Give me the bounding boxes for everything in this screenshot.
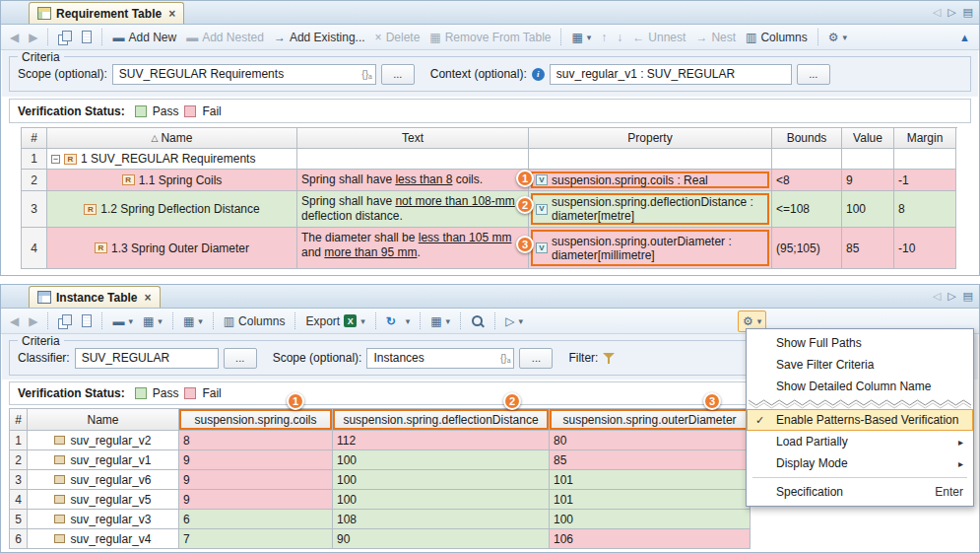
table-row[interactable]: 2 R 1.1 Spring Coils Spring shall have l…	[22, 170, 957, 191]
bounds-cell[interactable]: (95;105)	[772, 228, 842, 269]
margin-cell[interactable]: -10	[894, 228, 956, 269]
tab-scroll-left-icon[interactable]: ◁	[933, 6, 941, 19]
col-header-outer-diameter[interactable]: suspension.spring.outerDiameter	[550, 409, 751, 431]
highlighted-property-box[interactable]: V suspension.spring.deflectionDistance :…	[531, 193, 769, 225]
table-row[interactable]: 1 suv_regular_v2 8 112 80	[10, 431, 751, 450]
scope-browse-button[interactable]: ...	[381, 64, 415, 85]
col-header-num[interactable]: #	[22, 128, 47, 149]
row-name-cell[interactable]: R 1.2 Spring Deflection Distance	[47, 191, 297, 228]
add-nested-button[interactable]: ▬Add Nested	[182, 27, 268, 48]
row-name-cell[interactable]: suv_regular_v5	[28, 490, 179, 510]
menu-item-show-full-paths[interactable]: Show Full Paths	[747, 332, 973, 354]
table-row[interactable]: 5 suv_regular_v3 6 108 100	[10, 510, 751, 529]
table-row[interactable]: 3 suv_regular_v6 9 100 101	[10, 470, 751, 490]
col-header-property[interactable]: Property	[529, 128, 772, 149]
text-cell[interactable]: Spring shall have not more than 108-mm d…	[297, 191, 529, 228]
collapse-expander-icon[interactable]: −	[51, 155, 60, 164]
value-cell[interactable]: 9	[842, 170, 894, 191]
property-cell[interactable]: V suspension.spring.coils : Real	[529, 170, 772, 191]
coils-cell[interactable]: 9	[179, 490, 333, 510]
tab-scroll-right-icon[interactable]: ▷	[947, 6, 955, 19]
refresh-options-button[interactable]: ▾	[402, 311, 415, 332]
highlighted-property-box[interactable]: V suspension.spring.outerDiameter : diam…	[531, 230, 769, 266]
deflection-cell[interactable]: 100	[333, 490, 550, 510]
diameter-cell[interactable]: 100	[550, 510, 751, 529]
diameter-cell[interactable]: 101	[550, 490, 751, 510]
move-up-button[interactable]: ↑	[597, 27, 611, 48]
menu-item-save-filter-criteria[interactable]: Save Filter Criteria	[747, 354, 973, 376]
coils-cell[interactable]: 9	[179, 450, 333, 470]
table-row[interactable]: 4 suv_regular_v5 9 100 101	[10, 490, 751, 510]
forward-button[interactable]: ▶	[25, 27, 41, 48]
table-options-button[interactable]: ▦▾	[179, 311, 207, 332]
add-new-button[interactable]: ▬Add New	[108, 27, 180, 48]
value-cell[interactable]: 100	[842, 191, 894, 228]
back-button[interactable]: ◀	[6, 311, 23, 332]
coils-cell[interactable]: 8	[179, 431, 333, 450]
tab-scroll-left-icon[interactable]: ◁	[933, 290, 941, 303]
tab-scroll-right-icon[interactable]: ▷	[947, 290, 955, 303]
tab-list-icon[interactable]: ▤	[963, 6, 973, 19]
table-row[interactable]: 6 suv_regular_v4 7 90 106	[10, 529, 751, 549]
close-icon[interactable]: ×	[168, 7, 175, 21]
deflection-cell[interactable]: 100	[333, 450, 550, 470]
col-header-name[interactable]: △ Name	[47, 128, 297, 149]
columns-button[interactable]: ▥Columns	[742, 27, 812, 48]
context-input[interactable]	[550, 64, 792, 85]
bounds-cell[interactable]	[772, 149, 842, 170]
highlighted-property-box[interactable]: V suspension.spring.coils : Real	[531, 172, 769, 188]
col-header-coils[interactable]: suspension.spring.coils	[179, 409, 333, 431]
row-name-cell[interactable]: suv_regular_v1	[28, 450, 179, 470]
deflection-cell[interactable]: 90	[333, 529, 550, 549]
collapse-toolbar-button[interactable]: ▲	[955, 27, 974, 48]
text-cell[interactable]	[297, 149, 529, 170]
text-cell[interactable]: Spring shall have less than 8 coils.	[297, 170, 529, 191]
coils-cell[interactable]: 6	[179, 510, 333, 529]
deflection-cell[interactable]: 100	[333, 470, 550, 490]
property-cell[interactable]	[529, 149, 772, 170]
property-cell[interactable]: V suspension.spring.outerDiameter : diam…	[529, 228, 772, 269]
row-name-cell[interactable]: R 1.3 Spring Outer Diameter	[47, 228, 297, 269]
delete-button[interactable]: ×Delete	[371, 27, 425, 48]
diameter-cell[interactable]: 85	[550, 450, 751, 470]
col-header-margin[interactable]: Margin	[894, 128, 956, 149]
bounds-cell[interactable]: <=108	[772, 191, 842, 228]
text-cell[interactable]: The diameter shall be less than 105 mm a…	[297, 228, 529, 269]
menu-item-display-mode[interactable]: Display Mode▸	[747, 452, 973, 474]
table-options-button[interactable]: ▦▾	[567, 27, 595, 48]
coils-cell[interactable]: 7	[179, 529, 333, 549]
col-header-num[interactable]: #	[10, 409, 28, 431]
value-cell[interactable]: 85	[842, 228, 894, 269]
classifier-input[interactable]	[75, 348, 219, 369]
table-row[interactable]: 3 R 1.2 Spring Deflection Distance Sprin…	[22, 191, 957, 228]
menu-item-enable-patterns-based-verification[interactable]: ✓ Enable Patterns-Based Verification	[747, 409, 973, 431]
deflection-cell[interactable]: 108	[333, 510, 550, 529]
table-settings-button[interactable]: ⚙▾	[824, 27, 851, 48]
forward-button[interactable]: ▶	[25, 311, 41, 332]
generate-report-button[interactable]	[78, 27, 96, 48]
row-name-cell[interactable]: suv_regular_v6	[28, 470, 179, 490]
scope-browse-button[interactable]: ...	[519, 348, 553, 369]
generate-report-button[interactable]	[78, 311, 96, 332]
evaluate-button[interactable]: ▷▾	[501, 311, 527, 332]
export-button[interactable]: ExportX▾	[301, 311, 368, 332]
row-tools-button[interactable]: ▦▾	[139, 311, 166, 332]
back-button[interactable]: ◀	[6, 27, 23, 48]
col-header-name[interactable]: Name	[28, 409, 179, 431]
menu-item-show-detailed-column-name[interactable]: Show Detailed Column Name	[747, 376, 973, 397]
search-button[interactable]	[467, 311, 489, 332]
value-cell[interactable]	[842, 149, 894, 170]
diameter-cell[interactable]: 106	[550, 529, 751, 549]
unnest-button[interactable]: ←Unnest	[628, 27, 689, 48]
row-name-cell[interactable]: − R 1 SUV_REGULAR Requirements	[47, 149, 297, 170]
diameter-cell[interactable]: 80	[550, 431, 751, 450]
row-name-cell[interactable]: suv_regular_v4	[28, 529, 179, 549]
add-existing-button[interactable]: →Add Existing...	[270, 27, 369, 48]
menu-item-specification[interactable]: SpecificationEnter	[747, 481, 973, 503]
tab-list-icon[interactable]: ▤	[963, 290, 973, 303]
close-icon[interactable]: ×	[144, 291, 151, 305]
scope-input[interactable]	[112, 64, 376, 85]
classifier-browse-button[interactable]: ...	[224, 348, 257, 369]
filter-icon[interactable]	[603, 352, 616, 365]
row-name-cell[interactable]: R 1.1 Spring Coils	[47, 170, 297, 191]
